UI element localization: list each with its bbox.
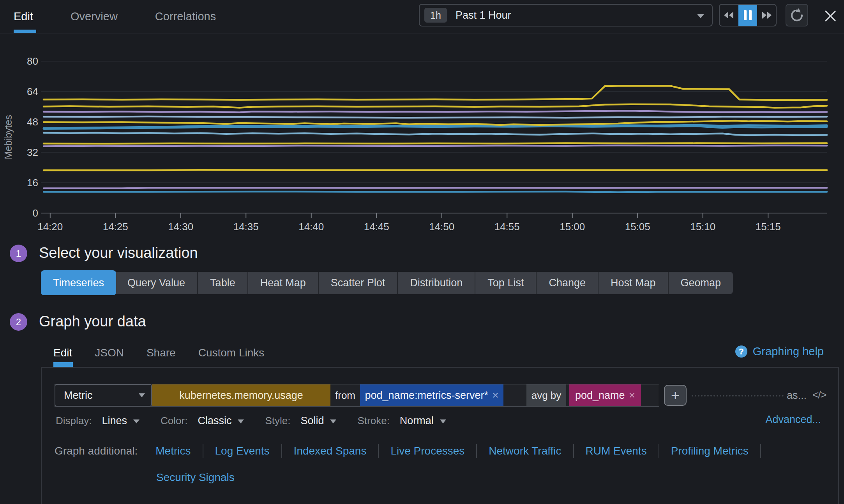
- link-network-traffic[interactable]: Network Traffic: [489, 445, 561, 457]
- viz-option-table[interactable]: Table: [198, 272, 248, 294]
- link-separator: [573, 444, 574, 458]
- viz-option-scatter-plot[interactable]: Scatter Plot: [319, 272, 398, 294]
- color-value-dropdown[interactable]: Classic: [198, 415, 231, 427]
- timeseries-chart[interactable]: 14:2014:2514:3014:3514:4014:4514:5014:55…: [0, 0, 844, 236]
- link-separator: [659, 444, 659, 458]
- chevron-down-icon[interactable]: [133, 419, 139, 423]
- group-by-value: pod_name: [575, 389, 625, 402]
- top-tab-bar: Edit Overview Correlations: [14, 0, 253, 33]
- svg-text:48: 48: [27, 116, 38, 128]
- viz-option-heat-map[interactable]: Heat Map: [248, 272, 319, 294]
- viz-option-geomap[interactable]: Geomap: [669, 272, 733, 294]
- aggregator-chip[interactable]: avg by: [526, 384, 566, 406]
- add-query-button[interactable]: +: [664, 385, 687, 406]
- viz-option-top-list[interactable]: Top List: [475, 272, 537, 294]
- tab-graph-custom-links[interactable]: Custom Links: [198, 347, 265, 359]
- query-editor-panel: Metric kubernetes.memory.usage from pod_…: [41, 367, 839, 504]
- step-1-badge: 1: [10, 245, 27, 262]
- chevron-down-icon[interactable]: [330, 419, 336, 423]
- filter-tag-chip[interactable]: pod_name:metrics-server* ×: [360, 384, 503, 406]
- refresh-icon: [789, 8, 804, 23]
- chevron-down-icon: [697, 14, 704, 18]
- pause-button[interactable]: [738, 5, 757, 26]
- link-log-events[interactable]: Log Events: [215, 445, 270, 457]
- remove-filter-icon[interactable]: ×: [492, 390, 498, 401]
- link-separator: [476, 444, 477, 458]
- stroke-value-dropdown[interactable]: Normal: [400, 415, 434, 427]
- style-label: Style:: [265, 415, 290, 427]
- fast-forward-button[interactable]: [757, 5, 776, 26]
- step-1-title: Select your visualization: [39, 245, 198, 261]
- active-tab-indicator: [14, 30, 36, 33]
- svg-text:14:30: 14:30: [168, 221, 193, 233]
- stroke-label: Stroke:: [357, 415, 389, 427]
- viz-option-timeseries[interactable]: Timeseries: [41, 270, 116, 295]
- query-spacer[interactable]: [503, 384, 526, 406]
- link-live-processes[interactable]: Live Processes: [390, 445, 464, 457]
- viz-option-change[interactable]: Change: [537, 272, 599, 294]
- tab-graph-share[interactable]: Share: [147, 347, 176, 359]
- svg-text:14:40: 14:40: [298, 221, 324, 233]
- step-2-badge: 2: [10, 313, 27, 331]
- code-icon[interactable]: </>: [812, 389, 826, 401]
- tab-edit[interactable]: Edit: [14, 10, 33, 23]
- chevron-down-icon[interactable]: [440, 419, 446, 423]
- graph-additional-label: Graph additional:: [55, 445, 138, 457]
- metric-name-field[interactable]: kubernetes.memory.usage: [152, 384, 330, 406]
- tab-graph-json[interactable]: JSON: [95, 347, 124, 359]
- time-range-picker[interactable]: 1h Past 1 Hour: [419, 4, 713, 26]
- link-profiling-metrics[interactable]: Profiling Metrics: [671, 445, 749, 457]
- chevron-down-icon: [139, 393, 145, 397]
- tab-correlations[interactable]: Correlations: [155, 10, 216, 23]
- link-metrics[interactable]: Metrics: [155, 445, 191, 457]
- graph-additional-row-2: Security Signals: [156, 471, 235, 484]
- svg-text:14:45: 14:45: [364, 221, 389, 233]
- style-value-dropdown[interactable]: Solid: [300, 415, 324, 427]
- svg-text:14:50: 14:50: [429, 221, 454, 233]
- link-separator: [281, 444, 282, 458]
- metric-editor-modal: 14:2014:2514:3014:3514:4014:4514:5014:55…: [0, 0, 844, 504]
- tab-graph-edit[interactable]: Edit: [53, 347, 72, 359]
- svg-text:15:10: 15:10: [690, 221, 715, 233]
- time-range-label: Past 1 Hour: [456, 9, 511, 21]
- svg-text:14:25: 14:25: [103, 221, 128, 233]
- remove-group-icon[interactable]: ×: [629, 390, 635, 401]
- advanced-link[interactable]: Advanced...: [765, 414, 821, 426]
- viz-option-query-value[interactable]: Query Value: [115, 272, 198, 294]
- query-source-label: Metric: [64, 389, 93, 402]
- as-alias-button[interactable]: as...: [787, 389, 807, 402]
- svg-text:64: 64: [27, 86, 38, 97]
- link-security-signals[interactable]: Security Signals: [156, 471, 235, 483]
- link-rum-events[interactable]: RUM Events: [586, 445, 647, 457]
- top-bar: Edit Overview Correlations 1h Past 1 Hou…: [0, 0, 844, 33]
- svg-text:80: 80: [27, 55, 38, 67]
- question-circle-icon: ?: [735, 345, 747, 358]
- time-range-badge: 1h: [424, 8, 447, 23]
- chevron-down-icon[interactable]: [238, 419, 244, 423]
- svg-text:14:35: 14:35: [233, 221, 259, 233]
- link-indexed-spans[interactable]: Indexed Spans: [294, 445, 367, 457]
- display-value-dropdown[interactable]: Lines: [102, 415, 127, 427]
- query-source-dropdown[interactable]: Metric: [55, 384, 152, 407]
- svg-text:15:05: 15:05: [625, 221, 650, 233]
- rewind-button[interactable]: [720, 5, 738, 26]
- visualization-switcher: Timeseries Query Value Table Heat Map Sc…: [41, 270, 733, 295]
- svg-text:15:00: 15:00: [560, 221, 585, 233]
- rewind-icon: [724, 11, 735, 19]
- viz-option-host-map[interactable]: Host Map: [599, 272, 669, 294]
- svg-text:15:15: 15:15: [756, 221, 781, 233]
- query-connector-line: [692, 395, 784, 397]
- group-by-chip[interactable]: pod_name ×: [569, 384, 641, 406]
- step-2-title: Graph your data: [39, 313, 146, 330]
- refresh-button[interactable]: [786, 4, 808, 26]
- tab-overview[interactable]: Overview: [71, 10, 118, 23]
- color-label: Color:: [161, 415, 187, 427]
- svg-text:16: 16: [27, 177, 38, 189]
- close-button[interactable]: [821, 7, 839, 25]
- svg-text:Mebibytes: Mebibytes: [3, 115, 14, 159]
- graph-editor-tabs: Edit JSON Share Custom Links: [53, 347, 287, 359]
- display-label: Display:: [56, 415, 92, 427]
- graphing-help-link[interactable]: ? Graphing help: [735, 345, 824, 358]
- viz-option-distribution[interactable]: Distribution: [398, 272, 475, 294]
- link-separator: [378, 444, 379, 458]
